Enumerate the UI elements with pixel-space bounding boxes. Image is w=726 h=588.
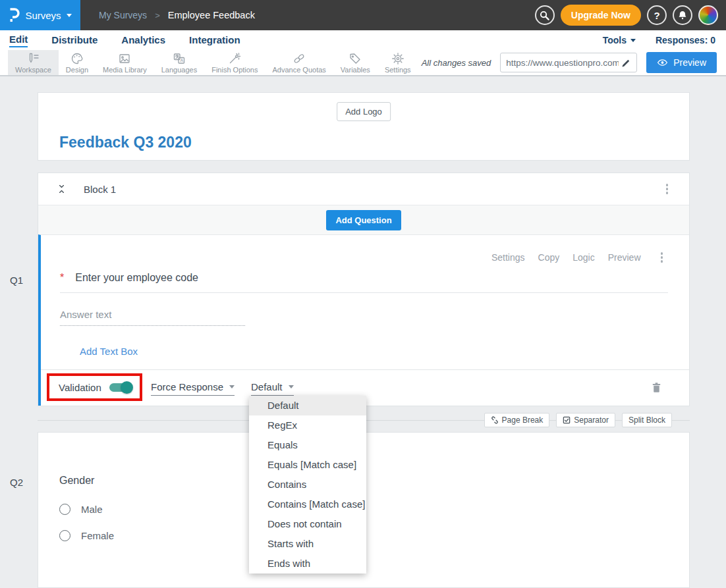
question-preview-link[interactable]: Preview xyxy=(608,252,641,263)
add-text-box-link[interactable]: Add Text Box xyxy=(80,346,138,357)
validation-annotation-box: Validation xyxy=(47,373,142,401)
preview-label: Preview xyxy=(673,57,706,68)
menu-option-starts-with[interactable]: Starts with xyxy=(249,534,366,554)
chevron-down-icon xyxy=(289,385,294,388)
validation-type-menu: Default RegEx Equals Equals [Match case]… xyxy=(249,396,366,574)
add-question-strip: Add Question xyxy=(38,205,689,234)
upgrade-now-button[interactable]: Upgrade Now xyxy=(561,5,641,26)
product-menu-label: Surveys xyxy=(25,10,61,21)
toolbar-item-label: Languages xyxy=(161,66,197,74)
save-status: All changes saved xyxy=(422,58,491,68)
question-text[interactable]: Enter your employee code xyxy=(75,272,198,284)
search-icon xyxy=(539,10,550,21)
chain-link-icon xyxy=(293,52,306,65)
block-kebab-menu[interactable] xyxy=(663,181,671,197)
edit-url-pencil-icon[interactable] xyxy=(621,58,631,68)
menu-option-does-not-contain[interactable]: Does not contain xyxy=(249,514,366,534)
radio-button-icon[interactable] xyxy=(59,504,70,515)
svg-text:A: A xyxy=(180,58,183,63)
required-asterisk: * xyxy=(60,272,64,284)
radio-button-icon[interactable] xyxy=(59,530,70,541)
notifications-button[interactable] xyxy=(673,5,692,25)
tag-icon xyxy=(349,52,362,65)
top-navbar: Surveys My Surveys > Employee Feedback U… xyxy=(0,0,726,30)
tab-edit[interactable]: Edit xyxy=(9,34,28,47)
responses-count: Responses: 0 xyxy=(656,35,715,45)
separator-button[interactable]: Separator xyxy=(556,413,615,427)
question-copy-link[interactable]: Copy xyxy=(538,252,560,263)
answer-text-placeholder[interactable]: Answer text xyxy=(60,309,245,326)
split-block-button[interactable]: Split Block xyxy=(622,413,672,427)
help-button[interactable]: ? xyxy=(647,5,667,25)
navbar-actions: Upgrade Now ? xyxy=(535,5,718,26)
survey-url-box xyxy=(500,53,637,72)
validation-toggle[interactable] xyxy=(109,383,132,392)
survey-title[interactable]: Feedback Q3 2020 xyxy=(59,134,192,151)
question-logic-link[interactable]: Logic xyxy=(572,252,594,263)
question-underline xyxy=(60,292,668,293)
section-tabbar: Edit Distribute Analytics Integration To… xyxy=(0,30,726,50)
toolbar-item-label: Variables xyxy=(341,66,370,74)
question-1-card: Settings Copy Logic Preview * Enter your… xyxy=(38,234,689,406)
question-actions: Settings Copy Logic Preview xyxy=(491,250,665,265)
toolbar-item-advance-quotas[interactable]: Advance Quotas xyxy=(265,50,333,75)
toolbar-item-finish-options[interactable]: Finish Options xyxy=(204,50,265,75)
tab-integration[interactable]: Integration xyxy=(189,34,240,47)
menu-option-contains-match-case[interactable]: Contains [Match case] xyxy=(249,494,366,514)
menu-option-default[interactable]: Default xyxy=(249,396,366,415)
checkbox-icon xyxy=(563,416,571,424)
survey-url-input[interactable] xyxy=(506,58,619,68)
tools-menu[interactable]: Tools xyxy=(603,35,636,45)
bell-icon xyxy=(677,10,688,21)
survey-header-card: Add Logo Feedback Q3 2020 xyxy=(38,92,690,161)
eye-icon xyxy=(657,59,668,67)
product-switcher[interactable]: Surveys xyxy=(0,0,80,30)
menu-option-equals[interactable]: Equals xyxy=(249,435,366,455)
search-button[interactable] xyxy=(535,5,555,25)
chevron-down-icon xyxy=(67,14,72,17)
question-mark-icon: ? xyxy=(654,10,659,21)
toolbar-item-label: Finish Options xyxy=(211,66,258,74)
toolbar-item-workspace[interactable]: Workspace xyxy=(8,50,59,75)
menu-option-regex[interactable]: RegEx xyxy=(249,415,366,435)
validation-type-dropdown[interactable]: Default xyxy=(251,381,294,396)
force-response-label: Force Response xyxy=(151,381,223,392)
breadcrumb-current: Employee Feedback xyxy=(168,10,255,20)
delete-question-button[interactable] xyxy=(650,381,663,396)
toolbar-item-variables[interactable]: Variables xyxy=(333,50,377,75)
page-break-button[interactable]: Page Break xyxy=(484,413,550,427)
add-logo-button[interactable]: Add Logo xyxy=(337,102,391,121)
question-settings-link[interactable]: Settings xyxy=(491,252,525,263)
tab-analytics[interactable]: Analytics xyxy=(121,34,165,47)
answer-option-male[interactable]: Male xyxy=(59,504,103,515)
force-response-dropdown[interactable]: Force Response xyxy=(151,381,235,396)
validation-type-value: Default xyxy=(251,381,283,392)
image-icon xyxy=(118,52,131,65)
block-title[interactable]: Block 1 xyxy=(84,184,116,195)
menu-option-ends-with[interactable]: Ends with xyxy=(249,554,366,574)
avatar[interactable] xyxy=(698,5,718,25)
add-question-button[interactable]: Add Question xyxy=(326,210,401,230)
magic-wand-icon xyxy=(228,52,241,65)
toolbar-item-label: Media Library xyxy=(103,66,147,74)
question-1-id-label: Q1 xyxy=(10,275,23,286)
toolbar-item-design[interactable]: Design xyxy=(59,50,96,75)
workspace-icon xyxy=(26,52,40,65)
breadcrumb-my-surveys[interactable]: My Surveys xyxy=(99,10,147,20)
menu-option-contains[interactable]: Contains xyxy=(249,475,366,494)
answer-option-female[interactable]: Female xyxy=(59,530,114,541)
toolbar-item-settings[interactable]: Settings xyxy=(377,50,418,75)
separator-label: Separator xyxy=(574,415,609,425)
validation-label: Validation xyxy=(59,382,101,393)
questionpro-logo-icon xyxy=(9,8,20,22)
menu-option-equals-match-case[interactable]: Equals [Match case] xyxy=(249,455,366,475)
collapse-block-icon[interactable] xyxy=(57,184,67,194)
block-card: Block 1 Add Question Settings Copy Logic… xyxy=(38,173,690,406)
survey-editor-page: Surveys My Surveys > Employee Feedback U… xyxy=(0,0,726,588)
question-text[interactable]: Gender xyxy=(59,475,94,487)
question-kebab-menu[interactable] xyxy=(658,250,666,265)
tab-distribute[interactable]: Distribute xyxy=(51,34,98,47)
preview-button[interactable]: Preview xyxy=(646,52,717,73)
toolbar-item-media-library[interactable]: Media Library xyxy=(96,50,154,75)
toolbar-item-languages[interactable]: A Languages xyxy=(154,50,204,75)
